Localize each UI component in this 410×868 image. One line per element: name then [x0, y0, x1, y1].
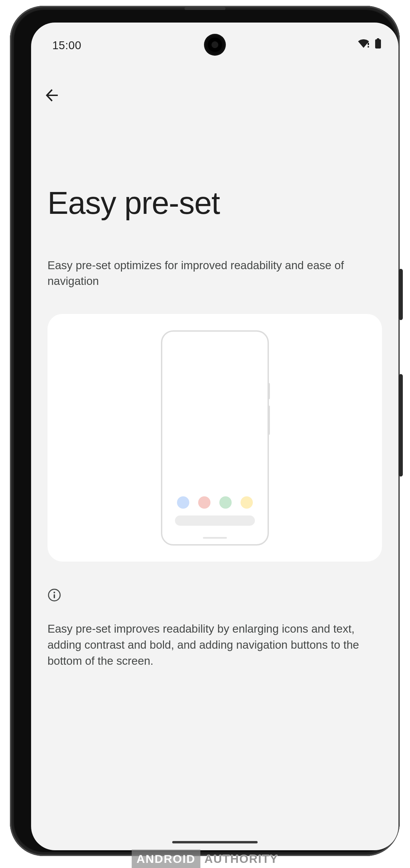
stage: 15:00	[0, 0, 410, 868]
preview-search-bar-icon	[175, 515, 255, 526]
battery-icon	[375, 38, 381, 50]
info-row	[47, 562, 382, 603]
page-subtitle: Easy pre-set optimizes for improved read…	[47, 220, 375, 290]
watermark: ANDROID AUTHORITY	[132, 850, 278, 868]
status-time: 15:00	[52, 39, 81, 52]
svg-rect-8	[54, 594, 55, 598]
dot-yellow-icon	[241, 496, 253, 509]
phone-side-button-top	[399, 269, 403, 320]
info-icon	[47, 597, 61, 603]
phone-side-button-bottom	[399, 374, 403, 477]
dot-blue-icon	[177, 496, 189, 509]
svg-rect-2	[368, 46, 369, 47]
wifi-alert-icon	[358, 39, 369, 50]
status-bar: 15:00	[31, 23, 398, 55]
page-title: Easy pre-set	[47, 106, 382, 220]
preview-phone-illustration	[161, 330, 269, 546]
watermark-right: AUTHORITY	[200, 850, 278, 868]
dot-green-icon	[219, 496, 232, 509]
preview-card	[47, 314, 382, 562]
content-area: Easy pre-set Easy pre-set optimizes for …	[31, 55, 398, 669]
screen: 15:00	[31, 23, 398, 850]
preview-app-dots	[162, 496, 268, 509]
svg-rect-4	[375, 39, 381, 49]
arrow-back-icon	[44, 88, 59, 104]
toolbar	[47, 55, 382, 106]
page-detail-text: Easy pre-set improves readability by enl…	[47, 603, 375, 669]
preview-side-button-icon	[268, 383, 270, 399]
preview-side-button-icon	[268, 405, 270, 435]
earpiece	[184, 7, 226, 10]
watermark-left: ANDROID	[132, 850, 201, 868]
phone-frame: 15:00	[10, 6, 400, 856]
status-icons	[358, 38, 381, 50]
svg-rect-1	[368, 43, 369, 45]
dot-red-icon	[198, 496, 210, 509]
gesture-bar[interactable]	[172, 841, 258, 843]
back-button[interactable]	[41, 86, 62, 106]
preview-gesture-bar-icon	[203, 537, 227, 539]
svg-point-7	[54, 592, 55, 593]
